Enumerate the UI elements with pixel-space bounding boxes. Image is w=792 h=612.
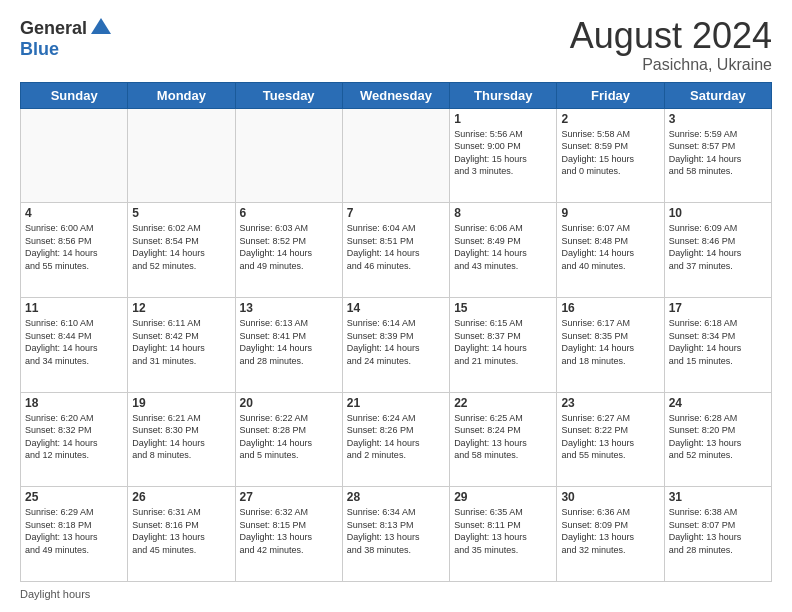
day-info: Sunrise: 6:34 AM Sunset: 8:13 PM Dayligh… — [347, 506, 445, 556]
calendar-week-1: 1Sunrise: 5:56 AM Sunset: 9:00 PM Daylig… — [21, 108, 772, 203]
day-number: 1 — [454, 112, 552, 126]
calendar-header-saturday: Saturday — [664, 82, 771, 108]
calendar-cell: 13Sunrise: 6:13 AM Sunset: 8:41 PM Dayli… — [235, 297, 342, 392]
calendar-cell: 7Sunrise: 6:04 AM Sunset: 8:51 PM Daylig… — [342, 203, 449, 298]
calendar-cell: 5Sunrise: 6:02 AM Sunset: 8:54 PM Daylig… — [128, 203, 235, 298]
calendar-cell: 20Sunrise: 6:22 AM Sunset: 8:28 PM Dayli… — [235, 392, 342, 487]
day-info: Sunrise: 6:07 AM Sunset: 8:48 PM Dayligh… — [561, 222, 659, 272]
calendar-cell: 27Sunrise: 6:32 AM Sunset: 8:15 PM Dayli… — [235, 487, 342, 582]
page: General Blue August 2024 Pasichna, Ukrai… — [0, 0, 792, 612]
day-info: Sunrise: 6:32 AM Sunset: 8:15 PM Dayligh… — [240, 506, 338, 556]
calendar-header-wednesday: Wednesday — [342, 82, 449, 108]
day-number: 10 — [669, 206, 767, 220]
calendar-cell: 23Sunrise: 6:27 AM Sunset: 8:22 PM Dayli… — [557, 392, 664, 487]
logo-icon — [89, 16, 113, 40]
day-number: 3 — [669, 112, 767, 126]
location-title: Pasichna, Ukraine — [570, 56, 772, 74]
day-info: Sunrise: 6:29 AM Sunset: 8:18 PM Dayligh… — [25, 506, 123, 556]
calendar-cell — [342, 108, 449, 203]
day-number: 9 — [561, 206, 659, 220]
calendar-cell: 10Sunrise: 6:09 AM Sunset: 8:46 PM Dayli… — [664, 203, 771, 298]
day-number: 7 — [347, 206, 445, 220]
title-block: August 2024 Pasichna, Ukraine — [570, 16, 772, 74]
calendar-cell — [128, 108, 235, 203]
calendar-cell: 11Sunrise: 6:10 AM Sunset: 8:44 PM Dayli… — [21, 297, 128, 392]
day-number: 26 — [132, 490, 230, 504]
day-number: 4 — [25, 206, 123, 220]
svg-marker-0 — [91, 18, 111, 34]
logo-blue: Blue — [20, 39, 59, 59]
calendar-cell: 17Sunrise: 6:18 AM Sunset: 8:34 PM Dayli… — [664, 297, 771, 392]
calendar-cell: 12Sunrise: 6:11 AM Sunset: 8:42 PM Dayli… — [128, 297, 235, 392]
calendar-table: SundayMondayTuesdayWednesdayThursdayFrid… — [20, 82, 772, 582]
day-info: Sunrise: 6:22 AM Sunset: 8:28 PM Dayligh… — [240, 412, 338, 462]
logo-general: General — [20, 19, 87, 37]
day-number: 29 — [454, 490, 552, 504]
day-info: Sunrise: 6:06 AM Sunset: 8:49 PM Dayligh… — [454, 222, 552, 272]
day-number: 13 — [240, 301, 338, 315]
calendar-cell: 4Sunrise: 6:00 AM Sunset: 8:56 PM Daylig… — [21, 203, 128, 298]
calendar-cell: 26Sunrise: 6:31 AM Sunset: 8:16 PM Dayli… — [128, 487, 235, 582]
day-number: 30 — [561, 490, 659, 504]
calendar-week-2: 4Sunrise: 6:00 AM Sunset: 8:56 PM Daylig… — [21, 203, 772, 298]
day-info: Sunrise: 6:27 AM Sunset: 8:22 PM Dayligh… — [561, 412, 659, 462]
day-info: Sunrise: 6:00 AM Sunset: 8:56 PM Dayligh… — [25, 222, 123, 272]
calendar-header-friday: Friday — [557, 82, 664, 108]
calendar-cell: 30Sunrise: 6:36 AM Sunset: 8:09 PM Dayli… — [557, 487, 664, 582]
calendar-cell: 2Sunrise: 5:58 AM Sunset: 8:59 PM Daylig… — [557, 108, 664, 203]
day-info: Sunrise: 5:59 AM Sunset: 8:57 PM Dayligh… — [669, 128, 767, 178]
day-info: Sunrise: 6:21 AM Sunset: 8:30 PM Dayligh… — [132, 412, 230, 462]
day-info: Sunrise: 6:20 AM Sunset: 8:32 PM Dayligh… — [25, 412, 123, 462]
day-number: 18 — [25, 396, 123, 410]
day-number: 20 — [240, 396, 338, 410]
day-number: 27 — [240, 490, 338, 504]
calendar-cell: 14Sunrise: 6:14 AM Sunset: 8:39 PM Dayli… — [342, 297, 449, 392]
calendar-week-3: 11Sunrise: 6:10 AM Sunset: 8:44 PM Dayli… — [21, 297, 772, 392]
calendar-cell: 19Sunrise: 6:21 AM Sunset: 8:30 PM Dayli… — [128, 392, 235, 487]
day-info: Sunrise: 6:11 AM Sunset: 8:42 PM Dayligh… — [132, 317, 230, 367]
calendar-cell — [235, 108, 342, 203]
calendar-header-monday: Monday — [128, 82, 235, 108]
day-info: Sunrise: 6:04 AM Sunset: 8:51 PM Dayligh… — [347, 222, 445, 272]
calendar-cell: 16Sunrise: 6:17 AM Sunset: 8:35 PM Dayli… — [557, 297, 664, 392]
day-info: Sunrise: 5:58 AM Sunset: 8:59 PM Dayligh… — [561, 128, 659, 178]
day-number: 8 — [454, 206, 552, 220]
calendar-cell: 15Sunrise: 6:15 AM Sunset: 8:37 PM Dayli… — [450, 297, 557, 392]
calendar-week-5: 25Sunrise: 6:29 AM Sunset: 8:18 PM Dayli… — [21, 487, 772, 582]
day-info: Sunrise: 6:13 AM Sunset: 8:41 PM Dayligh… — [240, 317, 338, 367]
calendar-cell: 22Sunrise: 6:25 AM Sunset: 8:24 PM Dayli… — [450, 392, 557, 487]
calendar-cell: 24Sunrise: 6:28 AM Sunset: 8:20 PM Dayli… — [664, 392, 771, 487]
day-info: Sunrise: 6:28 AM Sunset: 8:20 PM Dayligh… — [669, 412, 767, 462]
day-info: Sunrise: 6:38 AM Sunset: 8:07 PM Dayligh… — [669, 506, 767, 556]
calendar-week-4: 18Sunrise: 6:20 AM Sunset: 8:32 PM Dayli… — [21, 392, 772, 487]
calendar-cell: 29Sunrise: 6:35 AM Sunset: 8:11 PM Dayli… — [450, 487, 557, 582]
day-number: 24 — [669, 396, 767, 410]
day-info: Sunrise: 6:35 AM Sunset: 8:11 PM Dayligh… — [454, 506, 552, 556]
day-info: Sunrise: 6:17 AM Sunset: 8:35 PM Dayligh… — [561, 317, 659, 367]
month-year-title: August 2024 — [570, 16, 772, 56]
day-number: 5 — [132, 206, 230, 220]
day-number: 12 — [132, 301, 230, 315]
day-number: 21 — [347, 396, 445, 410]
day-info: Sunrise: 6:10 AM Sunset: 8:44 PM Dayligh… — [25, 317, 123, 367]
day-info: Sunrise: 6:02 AM Sunset: 8:54 PM Dayligh… — [132, 222, 230, 272]
header: General Blue August 2024 Pasichna, Ukrai… — [20, 16, 772, 74]
daylight-label: Daylight hours — [20, 588, 90, 600]
day-info: Sunrise: 6:24 AM Sunset: 8:26 PM Dayligh… — [347, 412, 445, 462]
day-number: 16 — [561, 301, 659, 315]
day-number: 2 — [561, 112, 659, 126]
day-number: 22 — [454, 396, 552, 410]
day-info: Sunrise: 6:25 AM Sunset: 8:24 PM Dayligh… — [454, 412, 552, 462]
day-number: 31 — [669, 490, 767, 504]
day-info: Sunrise: 6:18 AM Sunset: 8:34 PM Dayligh… — [669, 317, 767, 367]
day-number: 25 — [25, 490, 123, 504]
day-info: Sunrise: 6:14 AM Sunset: 8:39 PM Dayligh… — [347, 317, 445, 367]
day-number: 23 — [561, 396, 659, 410]
day-info: Sunrise: 6:15 AM Sunset: 8:37 PM Dayligh… — [454, 317, 552, 367]
day-number: 15 — [454, 301, 552, 315]
logo: General Blue — [20, 16, 113, 59]
calendar-header-thursday: Thursday — [450, 82, 557, 108]
day-info: Sunrise: 6:03 AM Sunset: 8:52 PM Dayligh… — [240, 222, 338, 272]
day-number: 6 — [240, 206, 338, 220]
calendar-cell — [21, 108, 128, 203]
